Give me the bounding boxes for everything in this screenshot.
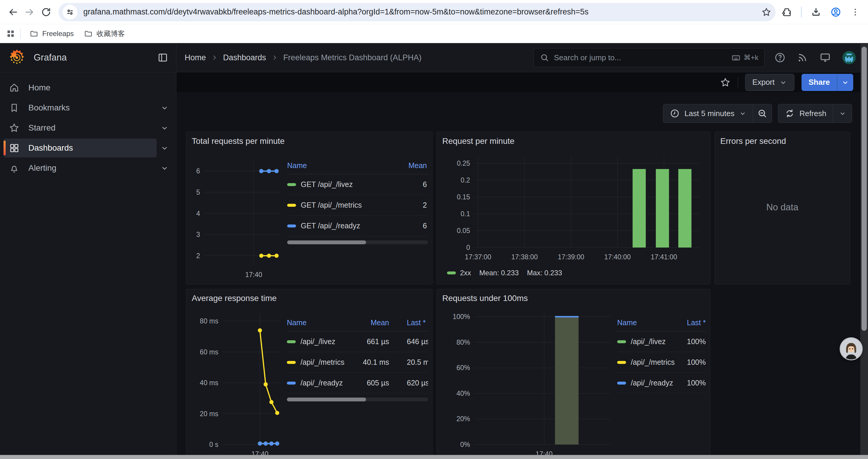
search-input[interactable]: Search or jump to... ⌘+k bbox=[533, 48, 765, 67]
sidebar-item-starred[interactable]: Starred bbox=[4, 119, 173, 137]
legend-row[interactable]: /api/_/metrics 40.1 ms 20.5 ms bbox=[287, 352, 428, 373]
panel-title[interactable]: Requests under 100ms bbox=[437, 289, 710, 305]
legend-col-last[interactable]: Last * bbox=[670, 319, 706, 327]
bookmark-folder-blogs[interactable]: 收藏博客 bbox=[80, 27, 129, 41]
legend-row[interactable]: /api/_/readyz 605 µs 620 µs bbox=[287, 373, 428, 393]
bookmark-folder-freeleaps[interactable]: Freeleaps bbox=[25, 27, 78, 40]
panel-title[interactable]: Average response time bbox=[186, 289, 432, 305]
help-icon[interactable] bbox=[774, 52, 786, 64]
apps-grid-icon[interactable] bbox=[6, 29, 16, 38]
extensions-icon[interactable] bbox=[781, 7, 792, 18]
downloads-icon[interactable] bbox=[811, 7, 821, 18]
page-scrollbar[interactable] bbox=[860, 44, 868, 455]
arrow-left-icon bbox=[8, 7, 18, 18]
refresh-button[interactable]: Refresh bbox=[778, 104, 833, 123]
legend-scrollbar[interactable] bbox=[287, 240, 428, 244]
panel-title[interactable]: Total requests per minute bbox=[186, 132, 432, 148]
legend-row[interactable]: /api/_/livez 100% bbox=[617, 331, 706, 352]
sidebar-toggle-icon[interactable] bbox=[157, 52, 168, 63]
legend-row[interactable]: /api/_/metrics 100% bbox=[617, 352, 706, 373]
scrollbar-thumb[interactable] bbox=[862, 47, 867, 331]
series-color-dash bbox=[287, 225, 296, 227]
bell-icon bbox=[9, 163, 21, 173]
svg-text:0 s: 0 s bbox=[209, 441, 218, 448]
zoom-out-button[interactable] bbox=[753, 104, 772, 123]
sidebar-item-alerting[interactable]: Alerting bbox=[4, 159, 173, 177]
legend-col-name[interactable]: Name bbox=[287, 161, 400, 170]
sidebar-item-label: Dashboards bbox=[28, 143, 73, 153]
panel-title[interactable]: Errors per second bbox=[715, 132, 850, 148]
no-data-message: No data bbox=[719, 148, 845, 266]
legend-row[interactable]: /api/_/readyz 100% bbox=[617, 373, 706, 393]
search-icon bbox=[540, 53, 549, 62]
refresh-interval-dropdown[interactable] bbox=[833, 104, 852, 123]
panel-total-requests: Total requests per minute 6543217:40 Nam… bbox=[186, 132, 433, 285]
grafana-app: Grafana Home Dashboards Freeleaps Metric… bbox=[0, 43, 868, 459]
panel-title[interactable]: Request per minute bbox=[437, 132, 710, 148]
export-button[interactable]: Export bbox=[745, 74, 795, 91]
chart-request-per-minute[interactable]: 0.250.20.150.10.05017:37:0017:38:0017:39… bbox=[441, 148, 706, 266]
legend-series-2xx[interactable]: 2xx bbox=[447, 269, 471, 277]
sidebar-item-home[interactable]: Home bbox=[4, 78, 173, 97]
time-range-picker[interactable]: Last 5 minutes bbox=[663, 104, 753, 123]
favorite-star-icon[interactable] bbox=[720, 77, 731, 88]
sidebar-item-label: Alerting bbox=[28, 163, 56, 173]
profile-icon[interactable] bbox=[830, 6, 841, 18]
share-menu-chevron-icon[interactable] bbox=[837, 74, 853, 91]
sidebar-item-bookmarks[interactable]: Bookmarks bbox=[4, 98, 173, 117]
site-settings-button[interactable] bbox=[63, 5, 78, 20]
legend-col-mean[interactable]: Mean bbox=[361, 319, 389, 327]
series-color-dash bbox=[617, 382, 626, 385]
arrow-right-icon bbox=[24, 7, 35, 18]
legend-col-name[interactable]: Name bbox=[287, 319, 361, 327]
series-color-dash bbox=[287, 204, 296, 207]
url-input[interactable] bbox=[83, 7, 761, 17]
sidebar-item-label: Bookmarks bbox=[28, 103, 70, 112]
forward-button[interactable] bbox=[21, 4, 38, 21]
legend-col-mean[interactable]: Mean bbox=[400, 161, 428, 170]
chevron-down-icon bbox=[839, 110, 846, 117]
monitor-icon[interactable] bbox=[819, 52, 831, 64]
legend-row[interactable]: /api/_/livez 661 µs 646 µs bbox=[287, 331, 428, 352]
chart-avg-response-time[interactable]: 80 ms60 ms40 ms20 ms0 s17:40 bbox=[191, 305, 287, 459]
chevron-down-icon[interactable] bbox=[157, 104, 173, 112]
series-color-dash bbox=[287, 183, 296, 186]
assistant-avatar[interactable] bbox=[840, 338, 862, 359]
legend-col-name[interactable]: Name bbox=[617, 319, 670, 327]
grafana-logo[interactable] bbox=[8, 48, 26, 67]
user-avatar[interactable] bbox=[842, 51, 856, 65]
time-controls: Last 5 minutes Refresh bbox=[663, 104, 852, 123]
breadcrumb-dashboards[interactable]: Dashboards bbox=[223, 53, 266, 62]
rss-news-icon[interactable] bbox=[797, 52, 808, 64]
share-button[interactable]: Share bbox=[802, 74, 853, 91]
reload-button[interactable] bbox=[38, 4, 54, 21]
legend-col-last[interactable]: Last * bbox=[389, 319, 428, 327]
legend-row[interactable]: GET /api/_/metrics 2 bbox=[287, 195, 428, 216]
chevron-down-icon[interactable] bbox=[157, 124, 173, 132]
chart-requests-under-100ms[interactable]: 100%80%60%40%20%0%17:40 bbox=[441, 305, 617, 459]
legend-row[interactable]: GET /api/_/livez 6 bbox=[287, 174, 428, 195]
address-bar[interactable] bbox=[59, 3, 776, 21]
legend-row[interactable]: GET /api/_/readyz 6 bbox=[287, 216, 428, 236]
legend-table: NameMeanLast * /api/_/livez 661 µs 646 µ… bbox=[287, 319, 428, 401]
bookmark-star-button[interactable] bbox=[761, 7, 771, 17]
breadcrumb-home[interactable]: Home bbox=[185, 53, 206, 62]
panel-avg-response-time: Average response time 80 ms60 ms40 ms20 … bbox=[186, 289, 433, 459]
folder-icon bbox=[30, 29, 38, 38]
back-button[interactable] bbox=[5, 4, 21, 21]
sidebar-item-dashboards[interactable]: Dashboards bbox=[4, 138, 173, 157]
chevron-down-icon[interactable] bbox=[157, 164, 173, 172]
clock-icon bbox=[670, 108, 680, 119]
legend-scrollbar[interactable] bbox=[287, 398, 428, 401]
chart-total-requests[interactable]: 6543217:40 bbox=[191, 148, 287, 284]
svg-text:0.2: 0.2 bbox=[461, 176, 470, 184]
chevron-down-icon[interactable] bbox=[157, 144, 173, 152]
search-shortcut: ⌘+k bbox=[731, 53, 758, 62]
legend-table: NameMean GET /api/_/livez 6 bbox=[287, 161, 428, 244]
menu-kebab-icon[interactable] bbox=[850, 7, 860, 17]
dashboards-grid-icon bbox=[9, 143, 21, 153]
svg-text:17:40: 17:40 bbox=[245, 271, 262, 278]
star-icon bbox=[761, 7, 771, 17]
brand-name: Grafana bbox=[34, 52, 67, 63]
grafana-body: Home Bookmarks Starred bbox=[0, 72, 868, 459]
